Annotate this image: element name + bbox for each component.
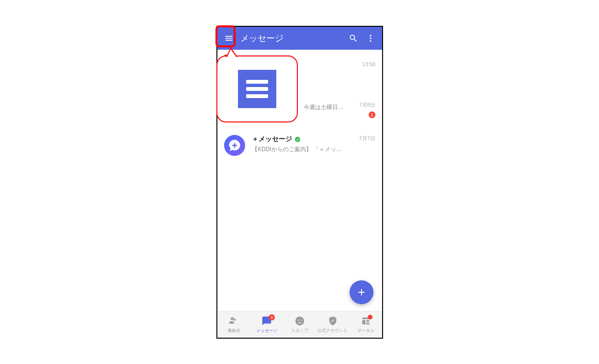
more-vert-icon <box>366 33 375 43</box>
avatar <box>224 135 245 156</box>
bottom-nav: 連絡先 1 メッセージ スタンプ 公式アカウント ポー <box>217 311 382 338</box>
search-icon <box>349 33 358 43</box>
nav-contacts[interactable]: 連絡先 <box>217 311 250 338</box>
svg-point-4 <box>295 316 304 325</box>
nav-messages[interactable]: 1 メッセージ <box>250 311 283 338</box>
svg-point-6 <box>301 319 302 320</box>
header-title: メッセージ <box>240 33 345 44</box>
chat-list: 13:50 今週は土曜日も… 7月8日 1 ＋メッセージ <box>217 50 382 311</box>
compose-fab[interactable] <box>350 280 373 304</box>
svg-point-3 <box>295 137 300 142</box>
nav-stamps[interactable]: スタンプ <box>283 311 316 338</box>
nav-portal[interactable]: ポータル <box>349 311 382 338</box>
nav-label: 連絡先 <box>227 328 240 334</box>
stamp-icon <box>294 316 305 326</box>
svg-point-0 <box>370 35 371 36</box>
notification-dot <box>368 315 373 320</box>
chat-snippet: 【KDDIからのご案内】 「＋メッセー… <box>252 145 348 154</box>
hamburger-icon <box>224 33 234 43</box>
nav-label: スタンプ <box>291 328 308 334</box>
chat-snippet: 今週は土曜日も… <box>304 103 348 111</box>
app-header: メッセージ <box>217 27 382 50</box>
chat-time: 7月8日 <box>359 101 375 109</box>
nav-badge: 1 <box>269 314 275 320</box>
menu-button[interactable] <box>220 30 237 47</box>
contacts-icon <box>228 316 239 326</box>
nav-label: 公式アカウント <box>317 328 348 334</box>
chat-row[interactable]: 今週は土曜日も… 7月8日 1 <box>217 96 382 124</box>
unread-badge: 1 <box>369 111 375 118</box>
shield-check-icon <box>328 316 338 326</box>
svg-point-5 <box>298 319 299 320</box>
nav-official[interactable]: 公式アカウント <box>316 311 349 338</box>
nav-label: ポータル <box>357 328 374 334</box>
portal-icon <box>361 316 371 326</box>
more-button[interactable] <box>362 30 379 47</box>
plus-icon <box>356 287 367 298</box>
chat-time: 7月7日 <box>359 135 375 142</box>
svg-point-2 <box>370 40 371 42</box>
chat-plus-icon <box>228 139 241 152</box>
svg-point-1 <box>370 37 371 39</box>
chat-time: 13:50 <box>362 61 375 67</box>
avatar <box>224 55 233 61</box>
nav-label: メッセージ <box>256 328 278 334</box>
messages-icon: 1 <box>261 316 272 326</box>
chat-row[interactable]: ＋メッセージ 【KDDIからのご案内】 「＋メッセー… 7月7日 <box>217 129 382 162</box>
verified-icon <box>294 136 301 143</box>
chat-name: ＋メッセージ <box>252 135 292 143</box>
search-button[interactable] <box>345 30 362 47</box>
phone-frame: メッセージ 13:50 今週は土曜日も… 7月8日 1 <box>216 26 383 339</box>
